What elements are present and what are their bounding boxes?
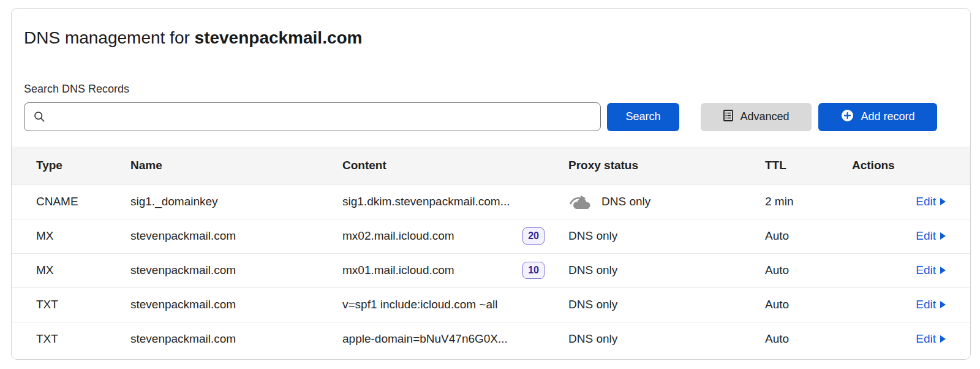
record-content: v=spf1 include:icloud.com ~all	[342, 298, 497, 311]
cell-name: stevenpackmail.com	[130, 219, 342, 253]
table-row: TXT stevenpackmail.com v=spf1 include:ic…	[12, 287, 970, 322]
cell-ttl: Auto	[753, 322, 852, 356]
edit-record-button[interactable]: Edit	[916, 229, 946, 243]
proxy-status-text: DNS only	[568, 332, 617, 346]
edit-label: Edit	[916, 195, 936, 208]
column-header-ttl: TTL	[753, 146, 852, 184]
search-input-wrap	[24, 102, 601, 131]
plus-circle-icon	[840, 108, 854, 126]
cell-type: MX	[12, 253, 130, 287]
right-triangle-icon	[940, 195, 946, 208]
cell-actions: Edit	[852, 253, 970, 287]
right-triangle-icon	[940, 332, 946, 346]
cell-proxy: DNS only	[551, 322, 753, 356]
cell-actions: Edit	[852, 219, 970, 253]
cell-actions: Edit	[852, 287, 970, 322]
cell-content: sig1.dkim.stevenpackmail.com...	[342, 184, 551, 219]
cell-content: mx02.mail.icloud.com 20	[342, 219, 551, 253]
proxy-status-text: DNS only	[568, 229, 617, 243]
add-record-button-label: Add record	[861, 110, 914, 123]
cell-proxy: DNS only	[551, 219, 753, 253]
table-header-row: Type Name Content Proxy status TTL Actio…	[12, 146, 970, 184]
proxy-status-text: DNS only	[568, 264, 617, 277]
search-toolbar: Search Advanced	[24, 102, 958, 131]
record-content: mx01.mail.icloud.com	[342, 264, 454, 277]
page-title: DNS management for stevenpackmail.com	[24, 28, 958, 48]
table-row: CNAME sig1._domainkey sig1.dkim.stevenpa…	[12, 184, 970, 219]
right-triangle-icon	[940, 229, 946, 243]
edit-record-button[interactable]: Edit	[916, 195, 946, 208]
column-header-type: Type	[12, 146, 130, 184]
cell-type: TXT	[12, 322, 130, 356]
cell-type: MX	[12, 219, 130, 253]
column-header-content: Content	[342, 146, 551, 184]
dns-records-tbody: CNAME sig1._domainkey sig1.dkim.stevenpa…	[12, 184, 970, 356]
table-row: MX stevenpackmail.com mx01.mail.icloud.c…	[12, 253, 970, 287]
cell-proxy: DNS only	[551, 184, 753, 219]
cell-content: mx01.mail.icloud.com 10	[342, 253, 551, 287]
record-content: apple-domain=bNuV47n6G0X...	[342, 332, 508, 346]
edit-label: Edit	[916, 298, 936, 311]
search-button[interactable]: Search	[607, 103, 679, 131]
edit-label: Edit	[916, 332, 936, 346]
cell-name: sig1._domainkey	[130, 184, 342, 219]
edit-label: Edit	[916, 264, 936, 277]
add-record-button[interactable]: Add record	[818, 103, 937, 131]
advanced-button[interactable]: Advanced	[701, 103, 812, 131]
cell-content: v=spf1 include:icloud.com ~all	[342, 287, 551, 322]
cell-name: stevenpackmail.com	[130, 253, 342, 287]
advanced-button-label: Advanced	[740, 110, 789, 123]
dns-management-card: DNS management for stevenpackmail.com Se…	[11, 8, 971, 360]
edit-record-button[interactable]: Edit	[916, 332, 946, 346]
cell-content: apple-domain=bNuV47n6G0X...	[342, 322, 551, 356]
edit-record-button[interactable]: Edit	[916, 264, 946, 277]
record-content: mx02.mail.icloud.com	[342, 229, 454, 243]
cell-actions: Edit	[852, 322, 970, 356]
proxy-status-text: DNS only	[601, 195, 650, 208]
edit-record-button[interactable]: Edit	[916, 298, 946, 311]
cell-name: stevenpackmail.com	[130, 287, 342, 322]
cell-ttl: 2 min	[753, 184, 852, 219]
dns-records-table: Type Name Content Proxy status TTL Actio…	[12, 146, 970, 356]
record-content: sig1.dkim.stevenpackmail.com...	[342, 195, 510, 208]
column-header-name: Name	[130, 146, 342, 184]
cell-proxy: DNS only	[551, 287, 753, 322]
mx-priority-badge: 10	[522, 262, 545, 279]
cell-actions: Edit	[852, 184, 970, 219]
right-triangle-icon	[940, 298, 946, 311]
cell-name: stevenpackmail.com	[130, 322, 342, 356]
search-label: Search DNS Records	[24, 83, 958, 96]
cell-ttl: Auto	[753, 253, 852, 287]
page: DNS management for stevenpackmail.com Se…	[0, 0, 980, 369]
search-button-label: Search	[625, 110, 660, 123]
cell-ttl: Auto	[753, 219, 852, 253]
column-header-proxy-status: Proxy status	[551, 146, 753, 184]
cell-type: CNAME	[12, 184, 130, 219]
cell-ttl: Auto	[753, 287, 852, 322]
dns-only-cloud-icon	[568, 194, 593, 210]
right-triangle-icon	[940, 264, 946, 277]
proxy-status-text: DNS only	[568, 298, 617, 311]
column-header-actions: Actions	[852, 146, 970, 184]
search-input[interactable]	[24, 102, 601, 131]
table-row: MX stevenpackmail.com mx02.mail.icloud.c…	[12, 219, 970, 253]
table-row: TXT stevenpackmail.com apple-domain=bNuV…	[12, 322, 970, 356]
mx-priority-badge: 20	[522, 227, 545, 245]
cell-type: TXT	[12, 287, 130, 322]
page-title-domain: stevenpackmail.com	[195, 28, 363, 47]
page-title-prefix: DNS management for	[24, 28, 195, 47]
cell-proxy: DNS only	[551, 253, 753, 287]
document-list-icon	[723, 109, 734, 125]
edit-label: Edit	[916, 229, 936, 243]
